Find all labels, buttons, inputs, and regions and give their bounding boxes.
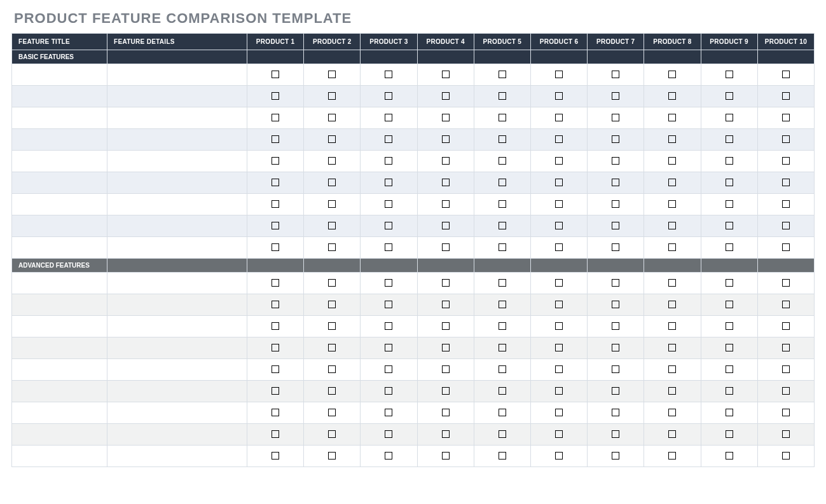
checkbox-icon[interactable] [442, 452, 450, 460]
checkbox-icon[interactable] [272, 243, 279, 251]
checkbox-icon[interactable] [726, 92, 733, 100]
checkbox-icon[interactable] [385, 409, 392, 416]
checkbox-icon[interactable] [385, 301, 392, 308]
feature-title-cell[interactable] [12, 151, 107, 172]
checkbox-icon[interactable] [668, 301, 676, 308]
checkbox-icon[interactable] [612, 387, 619, 395]
checkbox-icon[interactable] [726, 114, 733, 121]
checkbox-icon[interactable] [385, 200, 392, 208]
checkbox-icon[interactable] [442, 157, 450, 165]
feature-details-cell[interactable] [107, 273, 247, 294]
checkbox-icon[interactable] [272, 322, 279, 330]
checkbox-icon[interactable] [442, 222, 450, 229]
feature-title-cell[interactable] [12, 86, 107, 107]
checkbox-icon[interactable] [668, 92, 676, 100]
checkbox-icon[interactable] [668, 452, 676, 460]
checkbox-icon[interactable] [782, 430, 790, 438]
checkbox-icon[interactable] [555, 114, 563, 121]
checkbox-icon[interactable] [555, 71, 563, 78]
checkbox-icon[interactable] [272, 92, 279, 100]
feature-details-cell[interactable] [107, 294, 247, 316]
feature-title-cell[interactable] [12, 215, 107, 237]
checkbox-icon[interactable] [328, 365, 336, 373]
checkbox-icon[interactable] [442, 135, 450, 143]
checkbox-icon[interactable] [499, 387, 506, 395]
feature-title-cell[interactable] [12, 446, 107, 467]
feature-details-cell[interactable] [107, 86, 247, 107]
checkbox-icon[interactable] [782, 301, 790, 308]
checkbox-icon[interactable] [328, 157, 336, 165]
checkbox-icon[interactable] [328, 409, 336, 416]
checkbox-icon[interactable] [612, 344, 619, 351]
checkbox-icon[interactable] [442, 387, 450, 395]
checkbox-icon[interactable] [442, 71, 450, 78]
checkbox-icon[interactable] [726, 452, 733, 460]
checkbox-icon[interactable] [612, 409, 619, 416]
checkbox-icon[interactable] [612, 92, 619, 100]
checkbox-icon[interactable] [328, 430, 336, 438]
checkbox-icon[interactable] [782, 365, 790, 373]
checkbox-icon[interactable] [328, 135, 336, 143]
checkbox-icon[interactable] [612, 157, 619, 165]
checkbox-icon[interactable] [782, 279, 790, 287]
checkbox-icon[interactable] [328, 71, 336, 78]
checkbox-icon[interactable] [499, 222, 506, 229]
feature-title-cell[interactable] [12, 194, 107, 215]
checkbox-icon[interactable] [385, 71, 392, 78]
feature-title-cell[interactable] [12, 237, 107, 259]
checkbox-icon[interactable] [272, 365, 279, 373]
checkbox-icon[interactable] [555, 279, 563, 287]
feature-title-cell[interactable] [12, 402, 107, 424]
checkbox-icon[interactable] [499, 243, 506, 251]
checkbox-icon[interactable] [668, 430, 676, 438]
checkbox-icon[interactable] [499, 71, 506, 78]
checkbox-icon[interactable] [385, 157, 392, 165]
feature-details-cell[interactable] [107, 402, 247, 424]
checkbox-icon[interactable] [612, 179, 619, 186]
checkbox-icon[interactable] [272, 279, 279, 287]
checkbox-icon[interactable] [782, 344, 790, 351]
checkbox-icon[interactable] [555, 92, 563, 100]
checkbox-icon[interactable] [385, 179, 392, 186]
feature-title-cell[interactable] [12, 359, 107, 381]
checkbox-icon[interactable] [612, 222, 619, 229]
checkbox-icon[interactable] [328, 344, 336, 351]
checkbox-icon[interactable] [442, 114, 450, 121]
checkbox-icon[interactable] [442, 243, 450, 251]
checkbox-icon[interactable] [442, 430, 450, 438]
checkbox-icon[interactable] [328, 179, 336, 186]
feature-title-cell[interactable] [12, 381, 107, 402]
checkbox-icon[interactable] [272, 135, 279, 143]
checkbox-icon[interactable] [442, 301, 450, 308]
checkbox-icon[interactable] [555, 179, 563, 186]
checkbox-icon[interactable] [442, 200, 450, 208]
checkbox-icon[interactable] [328, 279, 336, 287]
checkbox-icon[interactable] [385, 344, 392, 351]
checkbox-icon[interactable] [782, 114, 790, 121]
feature-details-cell[interactable] [107, 129, 247, 151]
checkbox-icon[interactable] [782, 157, 790, 165]
checkbox-icon[interactable] [328, 387, 336, 395]
checkbox-icon[interactable] [782, 222, 790, 229]
checkbox-icon[interactable] [499, 135, 506, 143]
checkbox-icon[interactable] [385, 114, 392, 121]
feature-details-cell[interactable] [107, 172, 247, 194]
checkbox-icon[interactable] [272, 452, 279, 460]
checkbox-icon[interactable] [782, 92, 790, 100]
checkbox-icon[interactable] [782, 179, 790, 186]
checkbox-icon[interactable] [328, 222, 336, 229]
checkbox-icon[interactable] [612, 452, 619, 460]
feature-title-cell[interactable] [12, 294, 107, 316]
checkbox-icon[interactable] [668, 365, 676, 373]
checkbox-icon[interactable] [499, 452, 506, 460]
checkbox-icon[interactable] [499, 114, 506, 121]
checkbox-icon[interactable] [442, 322, 450, 330]
checkbox-icon[interactable] [385, 243, 392, 251]
checkbox-icon[interactable] [726, 387, 733, 395]
checkbox-icon[interactable] [782, 135, 790, 143]
checkbox-icon[interactable] [385, 387, 392, 395]
feature-details-cell[interactable] [107, 107, 247, 129]
checkbox-icon[interactable] [612, 301, 619, 308]
checkbox-icon[interactable] [726, 279, 733, 287]
checkbox-icon[interactable] [272, 430, 279, 438]
